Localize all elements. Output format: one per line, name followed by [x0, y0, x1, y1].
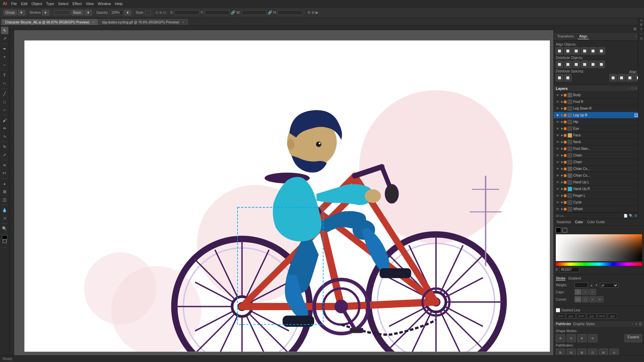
- stroke-color-swatch[interactable]: [562, 228, 567, 233]
- tab-close-1[interactable]: ×: [92, 20, 94, 24]
- layer-row-leg-down-r[interactable]: 👁 ▶ Leg Down R ○: [554, 105, 644, 112]
- layer-arrow-chain-2[interactable]: ▶: [560, 161, 564, 164]
- panel-btn-5[interactable]: ⊟: [640, 37, 643, 40]
- layer-eye-leg-up-r[interactable]: 👁: [555, 114, 560, 117]
- transform-align-minimize[interactable]: −: [635, 34, 637, 39]
- corner-more-btn[interactable]: ▷: [597, 296, 603, 302]
- artboard[interactable]: [24, 40, 550, 352]
- hex-input[interactable]: [559, 267, 579, 272]
- panel-btn-1[interactable]: A: [640, 19, 643, 21]
- color-gradient-picker[interactable]: [556, 234, 642, 261]
- free-transform-tool[interactable]: FT: [1, 170, 8, 177]
- rect-tool[interactable]: □: [1, 98, 8, 106]
- layer-arrow-cycle[interactable]: ▶: [560, 201, 564, 204]
- panel-btn-4[interactable]: ↔: [640, 32, 643, 36]
- cap-round-btn[interactable]: ○: [582, 289, 589, 295]
- tab-transform[interactable]: Transform: [556, 34, 575, 39]
- panel-btn-3[interactable]: T: [640, 27, 642, 31]
- graphic-styles-tab[interactable]: Graphic Styles: [573, 322, 595, 326]
- layer-arrow-leg-down-r[interactable]: ▶: [560, 107, 564, 110]
- menu-effect[interactable]: Effect: [72, 2, 82, 6]
- select-tool-btn[interactable]: ▼: [18, 10, 25, 15]
- tab-character-bicycle[interactable]: Character Bicycle_AE.ai @ 66.67% (RGB/GP…: [1, 19, 98, 25]
- layer-eye-chain-2[interactable]: 👁: [555, 161, 560, 164]
- opacity-arrow[interactable]: ▼: [124, 10, 131, 15]
- w-input[interactable]: 179.498 px: [241, 10, 267, 15]
- layer-row-chain-2[interactable]: 👁 ▶ Chain ○: [554, 159, 644, 166]
- dash-1[interactable]: [556, 314, 565, 318]
- weight-down-btn[interactable]: ▼: [595, 284, 598, 287]
- dist-center-h-btn[interactable]: ⬜: [589, 61, 597, 68]
- canvas-area[interactable]: [9, 25, 553, 362]
- align-top-btn[interactable]: ⬜: [581, 47, 588, 55]
- gap-1[interactable]: [566, 314, 576, 318]
- layer-row-eye[interactable]: 👁 ▶ Eye ○: [554, 125, 644, 132]
- tab-big-dudes[interactable]: big-dudes-cycling.gif @ 76.6% (RGB/GPU P…: [99, 19, 188, 25]
- stroke-selector[interactable]: ▼: [42, 10, 49, 15]
- align-options-icon[interactable]: ⊞: [312, 10, 315, 15]
- direct-select-tool[interactable]: ↗: [1, 35, 8, 42]
- pathfinder-minimize[interactable]: −: [632, 322, 634, 326]
- layer-row-face[interactable]: 👁 ▶ Face ○: [554, 132, 644, 139]
- transform-options-icon[interactable]: ⚙: [307, 10, 311, 15]
- menu-help[interactable]: Help: [115, 2, 123, 6]
- dist-space-v-btn[interactable]: ⬜: [556, 74, 563, 81]
- unite-btn[interactable]: ⊕: [556, 334, 565, 342]
- blend-tool[interactable]: ⊃: [1, 215, 8, 222]
- weight-up-btn[interactable]: ▲: [590, 284, 593, 287]
- more-tools[interactable]: ···: [1, 244, 8, 251]
- layers-new-layer-btn[interactable]: 📄: [624, 214, 628, 218]
- swatches-tab[interactable]: Swatches: [556, 220, 572, 224]
- layer-eye-wheel[interactable]: 👁: [555, 207, 560, 211]
- gradient-tool[interactable]: ◫: [1, 196, 8, 203]
- basic-dropdown[interactable]: ▼: [85, 10, 92, 15]
- color-guide-tab[interactable]: Color Guide: [586, 220, 605, 224]
- align-left-btn[interactable]: ⬜: [556, 47, 563, 55]
- opacity-input[interactable]: [110, 10, 123, 15]
- zoom-tool[interactable]: 🔍: [1, 225, 8, 232]
- layers-filter-btn[interactable]: ⚙: [634, 214, 637, 218]
- x-input[interactable]: 794.619 px: [174, 10, 200, 15]
- layer-eye-cycle[interactable]: 👁: [555, 201, 560, 204]
- layer-row-body[interactable]: 👁 ▶ Body ○: [554, 92, 644, 99]
- menu-view[interactable]: View: [86, 2, 94, 6]
- gap-3[interactable]: [608, 314, 617, 318]
- weight-input[interactable]: [575, 283, 588, 288]
- dash-3[interactable]: [597, 314, 607, 318]
- rotate-tool[interactable]: ↻: [1, 143, 8, 150]
- layer-eye-neck[interactable]: 👁: [555, 140, 560, 144]
- layer-row-foot-stan[interactable]: 👁 ▶ Foot Stan... ○: [554, 145, 644, 152]
- layers-search-btn[interactable]: 🔍: [629, 214, 633, 218]
- menu-object[interactable]: Object: [32, 2, 42, 6]
- panel-btn-2[interactable]: ⊞: [640, 23, 643, 26]
- layer-arrow-leg-up-r[interactable]: ▶: [560, 114, 564, 117]
- y-input[interactable]: 580.753 px: [205, 10, 230, 15]
- layers-close[interactable]: ×: [635, 86, 637, 90]
- layer-arrow-chian-co-2[interactable]: ▶: [560, 174, 564, 177]
- layer-eye-hand-up-l[interactable]: 👁: [555, 181, 560, 184]
- stroke-tab[interactable]: Stroke: [556, 277, 566, 281]
- warp-tool[interactable]: W: [1, 162, 8, 169]
- align-center-h-btn[interactable]: ⬜: [564, 47, 572, 55]
- layer-arrow-foot-stan[interactable]: ▶: [560, 147, 564, 150]
- layer-row-neck[interactable]: 👁 ▶ Neck ○: [554, 139, 644, 145]
- layers-minimize[interactable]: −: [628, 86, 630, 90]
- corner-miter-btn[interactable]: ◇: [575, 296, 581, 302]
- fill-color-swatch[interactable]: [556, 228, 561, 233]
- layer-eye-face[interactable]: 👁: [555, 134, 560, 137]
- color-hue-slider[interactable]: [556, 262, 642, 266]
- layer-arrow-hand-up-l[interactable]: ▶: [560, 181, 564, 184]
- layer-eye-body[interactable]: 👁: [555, 94, 560, 97]
- layer-eye-foot-r[interactable]: 👁: [555, 100, 560, 104]
- dist-center-v-btn[interactable]: ⬜: [564, 61, 572, 68]
- pencil-tool[interactable]: ✏: [1, 125, 8, 132]
- pathfinder-close[interactable]: ×: [635, 322, 637, 326]
- layer-row-wheel[interactable]: 👁 ▶ Wheel ○: [554, 206, 644, 213]
- align-right-btn[interactable]: ⬜: [573, 47, 580, 55]
- dist-top-btn[interactable]: ⬜: [556, 61, 563, 68]
- layer-row-cycle[interactable]: 👁 ▶ Cycle ○: [554, 199, 644, 206]
- layer-eye-hip[interactable]: 👁: [555, 120, 560, 124]
- gradient-tab[interactable]: Gradient: [568, 277, 581, 281]
- layer-row-foot-r[interactable]: 👁 ▶ Foot R ○: [554, 99, 644, 105]
- layer-row-hand-up-l[interactable]: 👁 ▶ Hand Up L ○: [554, 179, 644, 186]
